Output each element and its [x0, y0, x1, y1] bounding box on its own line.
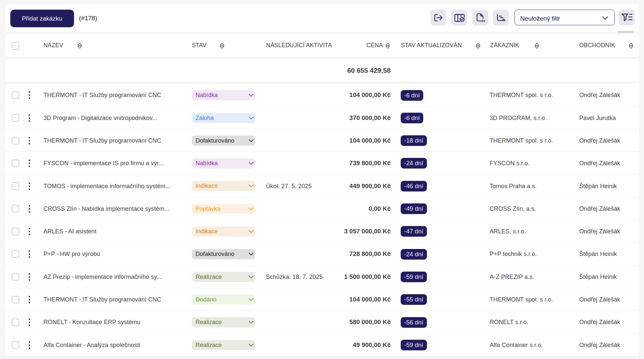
svg-text:csv: csv [479, 19, 485, 23]
